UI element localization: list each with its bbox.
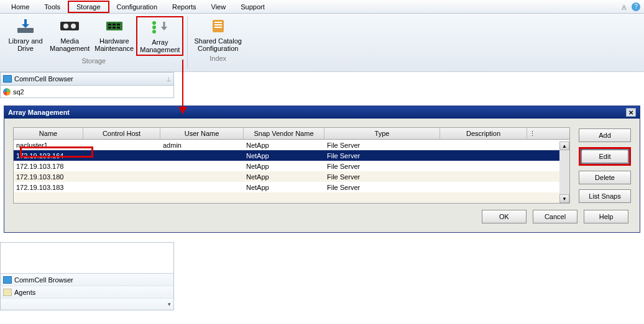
dialog-side-buttons: Add Edit Delete List Snaps: [579, 127, 631, 204]
dialog-titlebar[interactable]: Array Management ✕: [4, 106, 640, 119]
collapse-ribbon-icon[interactable]: ◬: [622, 3, 627, 10]
ribbon-group-storage: Library and Drive Media Management Hardw…: [0, 14, 187, 71]
ribbon-label: Maintenance: [94, 45, 134, 52]
menu-tools[interactable]: Tools: [37, 2, 68, 12]
cell-type: File Server: [324, 183, 440, 192]
array-grid[interactable]: Name Control Host User Name Snap Vendor …: [13, 127, 570, 204]
annotation-arrow-head: [178, 107, 187, 114]
array-mgmt-icon: [149, 19, 171, 36]
ribbon-label: Shared Catalog: [194, 37, 241, 45]
table-row-empty: [14, 192, 569, 203]
cell-control-host: [83, 166, 160, 167]
commcell-tree[interactable]: sq2: [0, 86, 174, 98]
menu-view[interactable]: View: [204, 2, 234, 12]
ribbon: Library and Drive Media Management Hardw…: [0, 14, 644, 72]
ribbon-array-management[interactable]: Array Management: [136, 16, 183, 56]
menubar: Home Tools Storage Configuration Reports…: [0, 0, 644, 14]
col-menu-icon[interactable]: ⋮: [527, 128, 537, 139]
grid-scrollbar[interactable]: ▲ ▼: [559, 142, 569, 203]
cell-name: 172.19.103.178: [14, 162, 83, 171]
cell-type: File Server: [324, 162, 440, 171]
col-description[interactable]: Description: [440, 128, 527, 139]
cell-name: 172.19.103.164: [14, 151, 83, 160]
lower-footer[interactable]: ▾: [1, 299, 173, 310]
edit-button[interactable]: Edit: [581, 150, 628, 163]
cell-control-host: [83, 145, 160, 146]
table-row[interactable]: nacluster1 admin NetApp File Server: [14, 140, 569, 150]
table-row[interactable]: 172.19.103.164 NetApp File Server: [14, 150, 569, 161]
ribbon-group-label: Storage: [0, 56, 187, 67]
cell-type: File Server: [324, 151, 440, 160]
svg-rect-7: [117, 24, 120, 25]
svg-rect-5: [108, 24, 111, 25]
panel-title: CommCell Browser: [14, 75, 73, 83]
help-icon[interactable]: ?: [632, 2, 640, 11]
menu-support[interactable]: Support: [233, 2, 272, 12]
lower-row-commcell[interactable]: CommCell Browser: [1, 274, 173, 286]
pin-icon[interactable]: ⟂: [167, 75, 171, 83]
ribbon-hardware-maintenance[interactable]: Hardware Maintenance: [92, 16, 136, 56]
add-button[interactable]: Add: [579, 128, 631, 142]
lower-row-agents[interactable]: Agents: [1, 286, 173, 299]
cell-vendor: NetApp: [244, 173, 324, 181]
svg-rect-10: [117, 27, 120, 29]
menu-reports[interactable]: Reports: [165, 2, 204, 12]
chevron-down-icon[interactable]: ▾: [168, 301, 171, 307]
cell-type: File Server: [324, 173, 440, 181]
ribbon-label: Media: [60, 37, 79, 45]
annotation-arrow: [182, 60, 183, 109]
grid-header: Name Control Host User Name Snap Vendor …: [14, 128, 569, 140]
svg-rect-15: [214, 22, 222, 23]
commcell-node-icon: [3, 88, 11, 96]
lower-row-label: CommCell Browser: [14, 276, 73, 284]
ribbon-label: Drive: [17, 45, 34, 52]
library-drive-icon: [14, 17, 37, 35]
ribbon-shared-catalog[interactable]: Shared Catalog Configuration: [191, 16, 244, 53]
cancel-button[interactable]: Cancel: [533, 210, 577, 223]
cell-desc: [440, 187, 527, 188]
col-name[interactable]: Name: [14, 128, 83, 139]
cell-control-host: [83, 176, 160, 178]
table-row[interactable]: 172.19.103.183 NetApp File Server: [14, 182, 569, 192]
ribbon-library-drive[interactable]: Library and Drive: [4, 16, 47, 56]
dialog-title-text: Array Management: [8, 109, 70, 116]
svg-point-3: [71, 24, 76, 29]
col-control-host[interactable]: Control Host: [83, 128, 160, 139]
edit-button-highlight: Edit: [579, 147, 631, 166]
ribbon-label: Hardware: [99, 37, 129, 45]
list-snaps-button[interactable]: List Snaps: [579, 189, 631, 203]
ribbon-media-management[interactable]: Media Management: [47, 16, 92, 56]
table-row[interactable]: 172.19.103.178 NetApp File Server: [14, 161, 569, 171]
menu-configuration[interactable]: Configuration: [109, 2, 165, 12]
lower-row-label: Agents: [14, 289, 35, 296]
hardware-icon: [103, 17, 126, 35]
cell-user: [160, 176, 244, 178]
help-button[interactable]: Help: [584, 210, 628, 223]
cell-name: 172.19.103.183: [14, 183, 83, 192]
array-management-dialog: Array Management ✕ Name Control Host Use…: [4, 106, 640, 233]
table-row[interactable]: 172.19.103.180 NetApp File Server: [14, 171, 569, 182]
close-icon[interactable]: ✕: [626, 108, 636, 117]
cell-desc: [440, 145, 527, 146]
scroll-down-icon[interactable]: ▼: [559, 194, 569, 203]
scroll-up-icon[interactable]: ▲: [559, 142, 569, 150]
media-icon: [58, 17, 81, 35]
ok-button[interactable]: OK: [482, 210, 527, 223]
commcell-browser-header[interactable]: CommCell Browser ⟂: [0, 72, 174, 86]
ribbon-label: Array: [152, 38, 168, 46]
menu-home[interactable]: Home: [4, 2, 37, 12]
lower-panel: CommCell Browser Agents ▾: [0, 242, 174, 310]
svg-rect-8: [108, 27, 111, 29]
cell-vendor: NetApp: [244, 151, 324, 160]
svg-point-2: [63, 24, 68, 29]
col-type[interactable]: Type: [324, 128, 440, 139]
menu-storage[interactable]: Storage: [68, 1, 109, 13]
cell-user: admin: [160, 141, 244, 150]
col-user-name[interactable]: User Name: [160, 128, 244, 139]
delete-button[interactable]: Delete: [579, 171, 631, 184]
ribbon-label: Management: [50, 45, 90, 52]
commcell-icon: [3, 75, 12, 83]
cell-desc: [440, 176, 527, 178]
cell-vendor: NetApp: [244, 183, 324, 192]
col-snap-vendor[interactable]: Snap Vendor Name: [244, 128, 324, 139]
